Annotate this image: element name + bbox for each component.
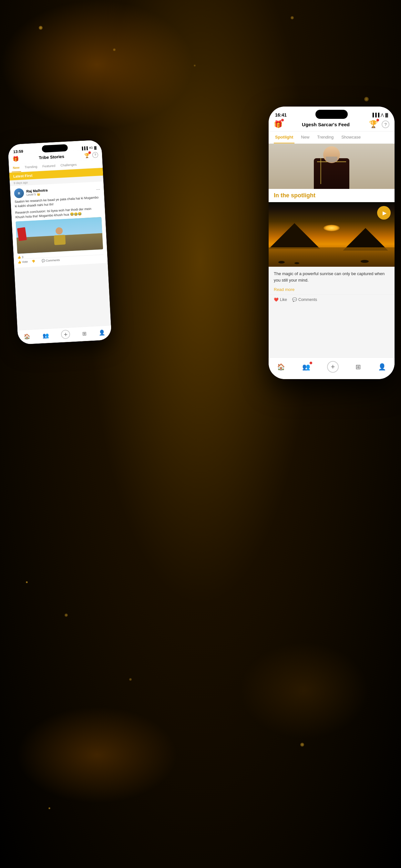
small-status-icons: ▐▐▐ 4G ▓ <box>81 146 96 150</box>
comments-button[interactable]: 💬 Comments <box>292 298 317 302</box>
small-network-icon: 4G <box>89 146 93 150</box>
small-avatar: R <box>14 188 24 198</box>
large-gift-icon[interactable]: 🎁 <box>274 120 282 128</box>
person-portrait <box>269 144 395 189</box>
large-tabs-bar: Spotlight New Trending Showcase <box>269 131 395 144</box>
particle-7 <box>65 614 68 617</box>
particle-6 <box>26 581 28 583</box>
small-signal-icon: ▐▐▐ <box>81 146 88 150</box>
tab-featured-small[interactable]: Featured <box>41 162 57 170</box>
particle-8 <box>129 678 132 681</box>
tab-showcase[interactable]: Showcase <box>340 131 362 144</box>
small-bottom-nav: 🏠 👥 + ⊞ 👤 <box>18 325 112 345</box>
phone-large: 16:41 ▐▐▐ ⋀ ▓ 🎁 Ugesh Sarcar's Feed 🏆 ? <box>269 106 395 379</box>
small-level: Level 5 👑 <box>27 192 48 196</box>
small-vote-up-btn[interactable]: 👍 Vote <box>18 260 28 264</box>
large-wifi-icon: ⋀ <box>381 113 384 117</box>
tab-trending[interactable]: Trending <box>316 131 335 144</box>
small-thumbs-up: 👍 <box>18 260 22 264</box>
comments-label: Comments <box>298 298 317 302</box>
large-help-icon[interactable]: ? <box>382 120 390 128</box>
large-time: 16:41 <box>275 113 287 118</box>
large-status-icons: ▐▐▐ ⋀ ▓ <box>371 113 388 117</box>
small-comments-label: Comments <box>46 258 60 262</box>
gift-badge <box>281 119 284 121</box>
particle-3 <box>194 65 196 66</box>
like-button[interactable]: ❤️ Like <box>274 298 287 302</box>
figure-body <box>54 235 66 245</box>
tab-trending-small[interactable]: Trending <box>23 163 39 172</box>
small-time: 13:59 <box>13 149 23 154</box>
small-app-title: Tribe Stories <box>19 153 85 161</box>
video-thumbnail[interactable]: ▶ <box>269 202 395 267</box>
small-like-number: 3 <box>22 255 24 259</box>
bg-glow-bottom-left <box>16 707 178 803</box>
small-help-icon[interactable]: ? <box>92 152 98 158</box>
dynamic-island-small <box>42 144 68 152</box>
small-battery-icon: ▓ <box>94 146 96 149</box>
rock-1 <box>278 261 285 264</box>
water-reflection <box>269 247 395 267</box>
large-app-title: Ugesh Sarcar's Feed <box>282 122 369 127</box>
like-label: Like <box>280 298 287 302</box>
heart-icon: ❤️ <box>274 298 279 302</box>
play-icon: ▶ <box>382 210 387 216</box>
small-trophy-icon[interactable]: 🏆 <box>84 152 90 158</box>
small-nav-community[interactable]: 👥 <box>42 332 49 339</box>
small-more-options[interactable]: ··· <box>96 186 100 192</box>
post-actions: ❤️ Like 💬 Comments <box>269 294 395 305</box>
rock-2 <box>295 262 299 264</box>
spotlight-label: In the spotlight <box>269 189 395 202</box>
spotlight-hero <box>269 144 395 189</box>
small-nav-grid[interactable]: ⊞ <box>82 330 87 337</box>
mountain-left <box>269 223 320 249</box>
trophy-emoji: 🏆 <box>369 120 378 128</box>
phone-small: 13:59 ▐▐▐ 4G ▓ 🎁 Tribe Stories 🏆 ? New T… <box>8 140 112 345</box>
large-nav-community[interactable]: 👥 <box>302 363 310 371</box>
phone-small-screen: 13:59 ▐▐▐ 4G ▓ 🎁 Tribe Stories 🏆 ? New T… <box>8 140 112 345</box>
bg-glow-bottom-right <box>240 642 369 739</box>
phone-large-screen: 16:41 ▐▐▐ ⋀ ▓ 🎁 Ugesh Sarcar's Feed 🏆 ? <box>269 106 395 379</box>
small-vote-down-btn[interactable]: 👎 <box>32 259 35 263</box>
large-nav-add[interactable]: + <box>327 361 339 373</box>
person-head-art <box>323 146 340 163</box>
small-comment-icon: 💬 <box>42 259 45 262</box>
rock-3 <box>361 260 369 263</box>
small-nav-home[interactable]: 🏠 <box>24 333 31 340</box>
large-nav-grid[interactable]: ⊞ <box>356 363 361 371</box>
particle-10 <box>49 807 50 809</box>
small-post-image <box>16 217 103 254</box>
small-nav-profile[interactable]: 👤 <box>98 330 105 336</box>
tab-spotlight[interactable]: Spotlight <box>274 131 295 144</box>
large-trophy-icon[interactable]: 🏆 <box>369 120 378 128</box>
image-fabric <box>17 227 27 241</box>
dynamic-island-large <box>315 110 348 119</box>
small-thumbs-up-icon: 👍 <box>18 255 21 259</box>
large-bottom-nav: 🏠 👥 + ⊞ 👤 <box>269 358 395 379</box>
post-caption: The magic of a powerful sunrise can only… <box>269 267 395 287</box>
figure-head <box>56 227 63 235</box>
large-battery-icon: ▓ <box>385 113 388 117</box>
large-nav-profile[interactable]: 👤 <box>378 363 386 371</box>
large-header-actions: 🏆 ? <box>369 120 390 128</box>
tab-challenges-small[interactable]: Challenges <box>59 161 78 170</box>
small-filter-label: Latest First <box>13 174 33 178</box>
person-beard <box>326 157 337 162</box>
bg-glow-top-left <box>0 0 194 129</box>
large-nav-home[interactable]: 🏠 <box>277 363 285 371</box>
small-comments-btn[interactable]: 💬 Comments <box>42 258 60 262</box>
comment-icon: 💬 <box>292 298 297 302</box>
avatar-initials: R <box>14 188 24 198</box>
small-post: R Raj Malhotra Level 5 👑 ··· Saalon ke r… <box>10 182 108 268</box>
small-gift-icon[interactable]: 🎁 <box>12 156 19 162</box>
image-figure <box>53 227 66 245</box>
read-more-link[interactable]: Read more <box>269 287 395 294</box>
community-badge <box>310 362 312 364</box>
tab-new[interactable]: New <box>300 131 311 144</box>
small-trophy-badge <box>88 151 91 154</box>
play-button[interactable]: ▶ <box>377 206 391 220</box>
large-app-header: 🎁 Ugesh Sarcar's Feed 🏆 ? <box>269 118 395 131</box>
particle-4 <box>290 16 294 20</box>
small-nav-add[interactable]: + <box>61 330 70 339</box>
tab-new-small[interactable]: New <box>11 164 21 172</box>
